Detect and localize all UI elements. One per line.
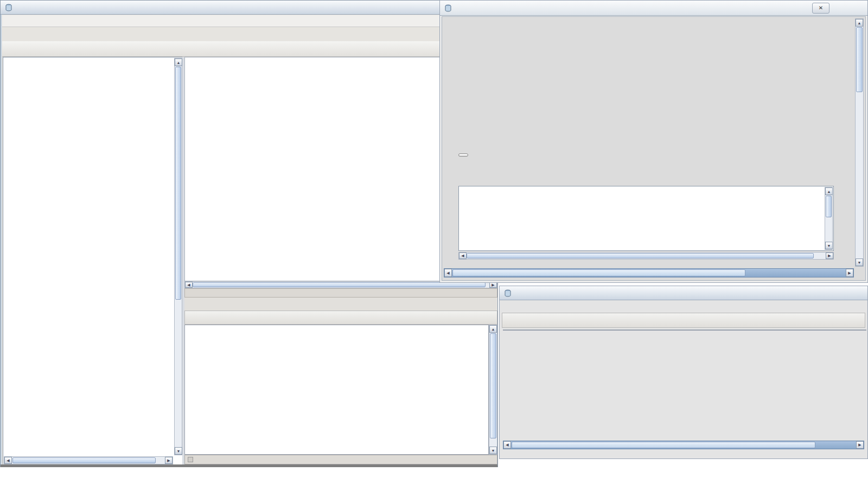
database-tree-panel: ▲ ▼ ◀ ▶ — [3, 57, 183, 466]
generated-sql-box[interactable] — [458, 186, 834, 251]
create-dialog-title-bar[interactable]: ✕ — [440, 1, 867, 16]
tree-vertical-scrollbar[interactable]: ▲ ▼ — [174, 58, 182, 455]
window-bottom-edge — [1, 464, 497, 467]
edit-dialog-tab-bar — [502, 301, 865, 313]
results-panel: ▲ ▼ — [184, 298, 497, 464]
sql-box-horizontal-scrollbar[interactable]: ◀ ▶ — [458, 252, 834, 260]
tree-horizontal-scrollbar[interactable]: ◀ ▶ — [4, 456, 173, 464]
results-vertical-scrollbar[interactable]: ▲ ▼ — [489, 325, 497, 455]
scroll-thumb[interactable] — [452, 269, 745, 276]
main-toolbar — [2, 41, 496, 57]
connection-tab-bar — [2, 27, 496, 41]
scroll-left-icon[interactable]: ◀ — [185, 282, 193, 288]
scroll-down-icon[interactable]: ▼ — [175, 447, 182, 455]
edit-dialog-title-bar[interactable] — [500, 286, 867, 300]
scroll-down-icon[interactable]: ▼ — [825, 242, 833, 249]
results-toolbar — [184, 311, 497, 325]
scroll-down-icon[interactable]: ▼ — [489, 447, 497, 454]
scroll-right-icon[interactable]: ▶ — [846, 269, 853, 277]
database-tree — [4, 59, 173, 455]
scroll-thumb[interactable] — [512, 442, 815, 448]
app-icon — [444, 4, 452, 12]
main-window: ▲ ▼ ◀ ▶ ◀ ▶ ▲ — [0, 0, 498, 467]
scroll-thumb[interactable] — [856, 27, 863, 92]
results-tab-bar — [184, 298, 186, 311]
add-button[interactable] — [458, 153, 468, 157]
edit-grid-container — [503, 330, 866, 331]
scroll-right-icon[interactable]: ▶ — [165, 457, 173, 464]
scroll-thumb[interactable] — [467, 253, 814, 259]
add-row-section — [458, 153, 476, 157]
close-icon[interactable]: ✕ — [812, 3, 829, 14]
scroll-right-icon[interactable]: ▶ — [856, 441, 864, 449]
dialog-horizontal-scrollbar[interactable]: ◀ ▶ — [444, 268, 854, 277]
scroll-thumb[interactable] — [175, 67, 181, 300]
desktop: ▲ ▼ ◀ ▶ ◀ ▶ ▲ — [0, 0, 868, 478]
app-icon — [5, 4, 12, 11]
edit-grid-horizontal-scrollbar[interactable]: ◀ ▶ — [503, 441, 864, 449]
scroll-right-icon[interactable]: ▶ — [826, 253, 833, 259]
scroll-thumb[interactable] — [490, 333, 496, 438]
scroll-up-icon[interactable]: ▲ — [489, 325, 497, 333]
scroll-left-icon[interactable]: ◀ — [4, 457, 12, 464]
app-icon — [504, 289, 512, 297]
scroll-thumb[interactable] — [193, 282, 486, 287]
scroll-up-icon[interactable]: ▲ — [175, 59, 182, 66]
editor-status-bar — [184, 288, 497, 298]
scroll-left-icon[interactable]: ◀ — [503, 441, 511, 449]
edit-table-dialog: ◀ ▶ — [499, 286, 868, 459]
scroll-left-icon[interactable]: ◀ — [444, 269, 452, 277]
create-dialog-body: ▲ ▼ ◀ ▶ ▲ ▼ ◀ ▶ — [442, 16, 866, 281]
scroll-thumb[interactable] — [12, 457, 156, 463]
results-status-bar — [184, 455, 497, 464]
scroll-down-icon[interactable]: ▼ — [856, 259, 863, 266]
main-title-bar[interactable] — [1, 1, 497, 15]
scroll-left-icon[interactable]: ◀ — [459, 253, 467, 259]
scroll-thumb[interactable] — [826, 196, 832, 217]
scroll-up-icon[interactable]: ▲ — [825, 188, 833, 195]
edit-dialog-toolbar — [502, 313, 865, 328]
status-grip-icon — [188, 457, 193, 462]
results-grid-container — [184, 325, 489, 455]
scroll-up-icon[interactable]: ▲ — [856, 19, 863, 27]
sql-box-vertical-scrollbar[interactable]: ▲ ▼ — [825, 187, 833, 250]
menu-bar — [2, 15, 496, 27]
dialog-vertical-scrollbar[interactable]: ▲ ▼ — [855, 18, 864, 267]
create-table-dialog: ✕ ▲ ▼ ◀ ▶ ▲ ▼ — [439, 0, 868, 283]
